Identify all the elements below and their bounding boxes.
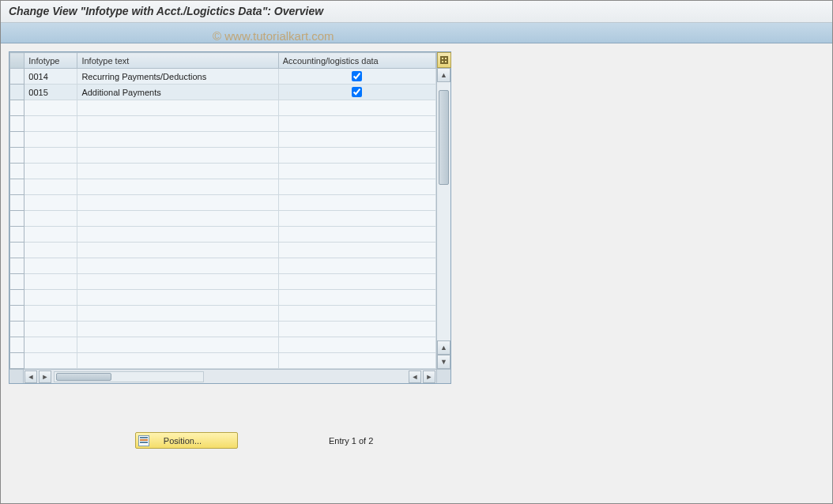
cell-accounting[interactable] (278, 179, 435, 195)
row-selector[interactable] (10, 353, 24, 369)
cell-infotype-text[interactable] (77, 100, 278, 116)
cell-infotype[interactable] (24, 211, 77, 227)
table-row[interactable] (10, 179, 436, 195)
cell-infotype-text[interactable] (77, 148, 278, 164)
table-row[interactable] (10, 227, 436, 243)
table-row[interactable] (10, 100, 436, 116)
cell-infotype[interactable] (24, 227, 77, 243)
scroll-down-step-button[interactable]: ▲ (437, 340, 450, 355)
row-selector[interactable] (10, 243, 24, 258)
cell-infotype[interactable] (24, 337, 77, 353)
vertical-scrollbar[interactable]: ▲ ▲ ▼ (436, 52, 450, 369)
cell-accounting[interactable] (278, 290, 435, 306)
cell-infotype-text[interactable] (77, 306, 278, 322)
row-selector[interactable] (10, 337, 24, 353)
cell-accounting[interactable] (278, 100, 435, 116)
column-header-infotype-text[interactable]: Infotype text (77, 53, 278, 69)
scroll-up-button[interactable]: ▲ (437, 68, 450, 82)
cell-infotype[interactable] (24, 100, 77, 116)
cell-accounting[interactable] (278, 243, 435, 258)
cell-infotype[interactable] (24, 148, 77, 164)
column-header-accounting[interactable]: Accounting/logistics data (278, 53, 435, 69)
cell-infotype-text[interactable] (77, 227, 278, 243)
row-selector[interactable] (10, 290, 24, 306)
cell-infotype[interactable] (24, 132, 77, 148)
cell-infotype[interactable] (24, 116, 77, 132)
cell-infotype[interactable] (24, 322, 77, 337)
accounting-checkbox[interactable] (352, 87, 362, 97)
cell-accounting[interactable] (278, 69, 435, 85)
cell-infotype[interactable] (24, 274, 77, 290)
table-row[interactable]: 0015Additional Payments (10, 85, 436, 100)
table-row[interactable] (10, 353, 436, 369)
cell-infotype-text[interactable] (77, 179, 278, 195)
h-scroll-left-button-2[interactable]: ◄ (409, 370, 421, 383)
scroll-thumb-vertical[interactable] (439, 90, 449, 185)
table-row[interactable] (10, 290, 436, 306)
cell-accounting[interactable] (278, 85, 435, 100)
table-row[interactable] (10, 148, 436, 164)
position-button[interactable]: Position... (135, 432, 238, 449)
cell-infotype-text[interactable] (77, 116, 278, 132)
cell-infotype-text[interactable] (77, 132, 278, 148)
table-row[interactable] (10, 132, 436, 148)
row-selector[interactable] (10, 179, 24, 195)
h-scroll-right-button-1[interactable]: ► (39, 370, 51, 383)
cell-accounting[interactable] (278, 164, 435, 179)
table-row[interactable]: 0014Recurring Payments/Deductions (10, 69, 436, 85)
cell-infotype[interactable] (24, 353, 77, 369)
cell-infotype[interactable] (24, 306, 77, 322)
cell-infotype[interactable]: 0015 (24, 85, 77, 100)
cell-infotype-text[interactable] (77, 337, 278, 353)
scroll-down-button[interactable]: ▼ (437, 355, 450, 369)
row-selector-header[interactable] (10, 53, 24, 69)
cell-infotype-text[interactable] (77, 258, 278, 274)
h-scroll-left-button-1[interactable]: ◄ (24, 370, 37, 383)
table-row[interactable] (10, 243, 436, 258)
cell-infotype[interactable] (24, 164, 77, 179)
cell-infotype[interactable]: 0014 (24, 69, 77, 85)
cell-accounting[interactable] (278, 322, 435, 337)
row-selector[interactable] (10, 227, 24, 243)
table-row[interactable] (10, 274, 436, 290)
cell-infotype[interactable] (24, 290, 77, 306)
scroll-track-vertical[interactable] (437, 82, 450, 340)
cell-infotype-text[interactable] (77, 274, 278, 290)
row-selector[interactable] (10, 132, 24, 148)
cell-infotype-text[interactable] (77, 211, 278, 227)
cell-infotype[interactable] (24, 179, 77, 195)
table-row[interactable] (10, 258, 436, 274)
row-selector[interactable] (10, 164, 24, 179)
cell-infotype[interactable] (24, 258, 77, 274)
cell-infotype[interactable] (24, 195, 77, 211)
cell-infotype-text[interactable]: Additional Payments (77, 85, 278, 100)
horizontal-scrollbar[interactable]: ◄ ► ◄ ► (9, 369, 450, 383)
row-selector[interactable] (10, 100, 24, 116)
cell-accounting[interactable] (278, 195, 435, 211)
cell-infotype-text[interactable] (77, 353, 278, 369)
accounting-checkbox[interactable] (352, 71, 362, 81)
row-selector[interactable] (10, 116, 24, 132)
row-selector[interactable] (10, 258, 24, 274)
cell-accounting[interactable] (278, 337, 435, 353)
h-scroll-track-1[interactable] (54, 371, 204, 382)
row-selector[interactable] (10, 211, 24, 227)
row-selector[interactable] (10, 148, 24, 164)
row-selector[interactable] (10, 322, 24, 337)
row-selector[interactable] (10, 85, 24, 100)
cell-accounting[interactable] (278, 227, 435, 243)
cell-infotype-text[interactable] (77, 195, 278, 211)
h-scroll-thumb-1[interactable] (56, 373, 111, 381)
row-selector[interactable] (10, 274, 24, 290)
cell-infotype-text[interactable] (77, 322, 278, 337)
cell-accounting[interactable] (278, 306, 435, 322)
table-row[interactable] (10, 322, 436, 337)
cell-infotype-text[interactable] (77, 164, 278, 179)
cell-infotype-text[interactable] (77, 243, 278, 258)
table-row[interactable] (10, 337, 436, 353)
cell-accounting[interactable] (278, 148, 435, 164)
table-row[interactable] (10, 306, 436, 322)
cell-accounting[interactable] (278, 211, 435, 227)
cell-accounting[interactable] (278, 258, 435, 274)
table-settings-button[interactable] (437, 52, 451, 68)
